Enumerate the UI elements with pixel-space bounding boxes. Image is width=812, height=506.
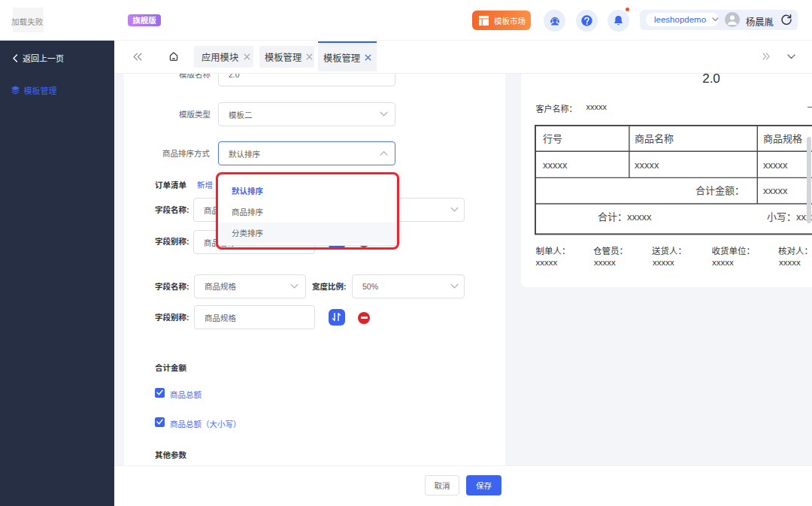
svg-text:商品规格: 商品规格 bbox=[763, 133, 802, 144]
svg-text:行号: 行号 bbox=[543, 133, 562, 144]
svg-text:合计金额：: 合计金额： bbox=[695, 185, 744, 196]
svg-text:商品名称: 商品名称 bbox=[635, 133, 674, 144]
svg-text:xxxxx: xxxxx bbox=[543, 159, 568, 171]
svg-text:合计：xxxxx: 合计：xxxxx bbox=[598, 211, 652, 223]
svg-text:xxxxx: xxxxx bbox=[635, 159, 659, 171]
svg-text:xxxxx: xxxxx bbox=[763, 159, 788, 171]
svg-text:xxxxx: xxxxx bbox=[763, 185, 788, 196]
svg-text:小写：xxxxx: 小写：xxxxx bbox=[767, 211, 812, 223]
